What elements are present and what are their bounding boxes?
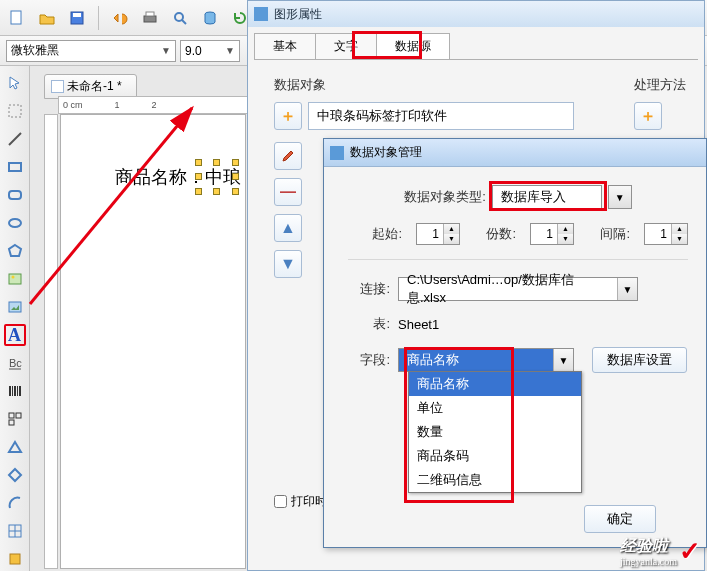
preview-icon[interactable] (169, 7, 191, 29)
svg-rect-32 (330, 146, 344, 160)
svg-point-14 (11, 276, 14, 279)
tab-datasource[interactable]: 数据源 (376, 33, 450, 59)
marquee-tool-icon[interactable] (4, 100, 26, 122)
line-tool-icon[interactable] (4, 128, 26, 150)
svg-line-9 (9, 133, 21, 145)
svg-rect-25 (9, 420, 14, 425)
db-settings-button[interactable]: 数据库设置 (592, 347, 687, 373)
undo-icon[interactable] (109, 7, 131, 29)
field-combo[interactable]: 商品名称 ▼ (398, 348, 574, 372)
pointer-tool-icon[interactable] (4, 72, 26, 94)
move-down-button[interactable]: ▼ (274, 250, 302, 278)
down-arrow-icon: ▼ (280, 255, 296, 273)
svg-point-12 (9, 219, 21, 227)
app-icon (330, 146, 344, 160)
diamond-tool-icon[interactable] (4, 464, 26, 486)
delete-button[interactable]: — (274, 178, 302, 206)
font-size-value: 9.0 (185, 44, 202, 58)
print-save-checkbox[interactable] (274, 495, 287, 508)
image-tool-icon[interactable] (4, 268, 26, 290)
connection-label: 连接: (348, 280, 390, 298)
interval-spinner[interactable]: 1▲▼ (644, 223, 688, 245)
start-spinner[interactable]: 1▲▼ (416, 223, 460, 245)
add-button[interactable]: ＋ (274, 102, 302, 130)
ellipse-tool-icon[interactable] (4, 212, 26, 234)
start-value: 1 (417, 227, 443, 241)
move-up-button[interactable]: ▲ (274, 214, 302, 242)
rect-tool-icon[interactable] (4, 156, 26, 178)
roundrect-tool-icon[interactable] (4, 184, 26, 206)
triangle-tool-icon[interactable] (4, 436, 26, 458)
dropdown-option[interactable]: 二维码信息 (409, 468, 581, 492)
svg-rect-11 (9, 191, 21, 199)
interval-value: 1 (645, 227, 671, 241)
ok-button[interactable]: 确定 (584, 505, 656, 533)
chevron-down-icon: ▼ (617, 278, 637, 300)
tab-basic[interactable]: 基本 (254, 33, 316, 59)
dialog-title: 图形属性 (274, 6, 322, 23)
svg-rect-13 (9, 274, 21, 284)
svg-rect-8 (9, 105, 21, 117)
svg-rect-23 (9, 413, 14, 418)
data-object-value[interactable]: 中琅条码标签打印软件 (308, 102, 574, 130)
dialog2-titlebar[interactable]: 数据对象管理 (324, 139, 706, 167)
type-label: 数据对象类型: (404, 188, 486, 206)
polygon-tool-icon[interactable] (4, 240, 26, 262)
dialog2-title: 数据对象管理 (350, 144, 422, 161)
fill-tool-icon[interactable] (4, 548, 26, 570)
dialog-data-object-management: 数据对象管理 数据对象类型: 数据库导入 ▼ 起始: 1▲▼ 份数: 1▲▼ 间… (323, 138, 707, 548)
table-value: Sheet1 (398, 317, 439, 332)
chevron-down-icon: ▼ (161, 45, 171, 56)
section-data-object-label: 数据对象 (274, 76, 574, 94)
vertical-ruler (44, 114, 58, 569)
dropdown-option[interactable]: 数量 (409, 420, 581, 444)
field-dropdown-list[interactable]: 商品名称 单位 数量 商品条码 二维码信息 (408, 371, 582, 493)
database-icon[interactable] (199, 7, 221, 29)
field-selected: 商品名称 (399, 349, 553, 371)
svg-rect-10 (9, 163, 21, 171)
qrcode-tool-icon[interactable] (4, 408, 26, 430)
grid-tool-icon[interactable] (4, 520, 26, 542)
svg-rect-31 (254, 7, 268, 21)
field-label: 字段: (348, 351, 390, 369)
canvas[interactable]: 商品名称：中琅 (60, 114, 246, 569)
svg-rect-4 (146, 12, 154, 16)
minus-icon: — (280, 183, 296, 201)
print-icon[interactable] (139, 7, 161, 29)
dropdown-option[interactable]: 商品名称 (409, 372, 581, 396)
connection-value: C:\Users\Admi…op/数据库信息.xlsx (399, 271, 617, 307)
picture-tool-icon[interactable] (4, 296, 26, 318)
start-label: 起始: (360, 225, 402, 243)
svg-rect-20 (14, 386, 16, 396)
svg-line-6 (182, 20, 186, 24)
save-icon[interactable] (66, 7, 88, 29)
property-tabs: 基本 文字 数据源 (254, 33, 698, 60)
open-icon[interactable] (36, 7, 58, 29)
type-dropdown-button[interactable]: ▼ (608, 185, 632, 209)
connection-combo[interactable]: C:\Users\Admi…op/数据库信息.xlsx ▼ (398, 277, 638, 301)
dropdown-option[interactable]: 商品条码 (409, 444, 581, 468)
pencil-icon (280, 148, 296, 164)
dialog-titlebar[interactable]: 图形属性 (248, 1, 704, 27)
svg-rect-29 (10, 554, 20, 564)
left-toolbar: A Bc (0, 66, 30, 571)
count-spinner[interactable]: 1▲▼ (530, 223, 574, 245)
add-method-button[interactable]: ＋ (634, 102, 662, 130)
svg-rect-24 (16, 413, 21, 418)
svg-rect-0 (11, 11, 21, 24)
plus-icon: ＋ (640, 106, 656, 127)
arc-tool-icon[interactable] (4, 492, 26, 514)
font-family-select[interactable]: 微软雅黑 ▼ (6, 40, 176, 62)
svg-rect-15 (9, 302, 21, 312)
tab-text[interactable]: 文字 (315, 33, 377, 59)
new-icon[interactable] (6, 7, 28, 29)
barcode-tool-icon[interactable] (4, 380, 26, 402)
text-tool-icon[interactable]: A (4, 324, 26, 346)
dropdown-option[interactable]: 单位 (409, 396, 581, 420)
document-tab-title: 未命名-1 * (67, 79, 122, 93)
chevron-down-icon: ▼ (225, 45, 235, 56)
edit-button[interactable] (274, 142, 302, 170)
font-size-select[interactable]: 9.0 ▼ (180, 40, 240, 62)
richtext-tool-icon[interactable]: Bc (4, 352, 26, 374)
svg-rect-2 (73, 13, 81, 17)
